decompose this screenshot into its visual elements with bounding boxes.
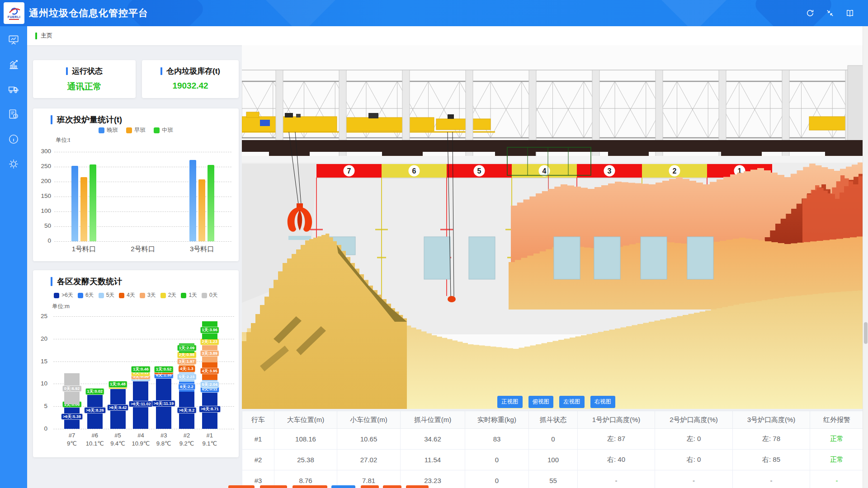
segment-label: 1天:0.02 [85, 388, 105, 394]
legend-label: >6天 [61, 291, 73, 299]
data-cell: 左: 0 [655, 429, 733, 450]
vehicle-query-icon[interactable] [8, 84, 19, 95]
legend-swatch [119, 293, 124, 298]
bottom-action-button[interactable] [361, 485, 379, 488]
header-decoration [652, 0, 736, 26]
bar [90, 164, 96, 241]
table-row: #1108.1610.6534.62830左: 87左: 0左: 78正常 [242, 429, 864, 450]
legend-label: 1天 [189, 291, 197, 299]
bottom-action-button[interactable] [228, 485, 255, 488]
page-scrollbar[interactable] [863, 26, 868, 488]
column-header: 1号炉口高度(%) [578, 411, 655, 429]
segment-label: >6天:11.19 [152, 400, 175, 407]
data-cell: 0 [465, 470, 529, 488]
bottom-action-button[interactable] [260, 485, 287, 488]
segment-label: 3天:3.89 [200, 350, 220, 357]
column-header: 2号炉口高度(%) [655, 411, 733, 429]
segment-label: 2天:1.23 [200, 338, 220, 345]
bar-group [54, 152, 113, 241]
legend-item: 中班 [154, 127, 173, 134]
legend-label: 0天 [209, 291, 218, 299]
y-tick-label: 5 [34, 403, 47, 409]
bottom-action-button[interactable] [331, 485, 355, 488]
legend-swatch [202, 293, 207, 298]
bottom-action-button[interactable] [292, 485, 327, 488]
info-icon[interactable] [8, 133, 19, 145]
svg-text:2: 2 [673, 167, 677, 175]
fullscreen-exit-icon[interactable] [826, 9, 835, 18]
column-header: 抓斗状态 [529, 411, 578, 429]
fermentation-legend: >6天6天5天4天3天2天1天0天 [33, 291, 239, 299]
logo-swoosh-icon [7, 7, 21, 15]
x-category-label: 2号料口 [113, 245, 173, 253]
right-view-button[interactable]: 右视图 [590, 396, 616, 408]
svg-text:6: 6 [412, 167, 416, 175]
y-tick-label: 10 [34, 380, 47, 387]
legend-label: 3天 [147, 291, 156, 299]
bottom-action-button[interactable] [383, 485, 401, 488]
crane-status-table: 行车大车位置(m)小车位置(m)抓斗位置(m)实时称重(kg)抓斗状态1号炉口高… [242, 411, 864, 488]
segment-label: >6天:11.02 [129, 401, 152, 407]
garbage-stock-card: 仓内垃圾库存(t) 19032.42 [142, 60, 239, 98]
y-tick-label: 200 [36, 178, 51, 184]
legend-label: 晚班 [107, 127, 118, 134]
data-cell: 0 [465, 450, 529, 470]
header-decoration [259, 0, 342, 26]
data-cell: - [810, 470, 864, 488]
legend-swatch [99, 293, 104, 298]
logo-text: FUERLI [8, 15, 20, 19]
bar [198, 179, 205, 241]
breadcrumb-accent-bar [35, 33, 37, 39]
x-category-label: 1号料口 [54, 245, 113, 253]
column-header: 3号炉口高度(%) [733, 411, 810, 429]
stacked-bar: >6天:9.422天:0.231天:0.48 [110, 316, 126, 429]
bar-group [113, 152, 173, 241]
y-tick-label: 0 [34, 425, 47, 432]
segment-label: 4天:3.95 [200, 368, 220, 374]
column-header: 行车 [242, 411, 274, 429]
segment-label: 6天:2.2 [178, 384, 195, 390]
garbage-stock-title: 仓内垃圾库存(t) [142, 66, 239, 76]
shift-output-chart-card: 班次投炉量统计(t) 晚班早班中班 单位:t 05010015020025030… [33, 108, 239, 261]
shift-output-plot [54, 152, 231, 241]
legend-item: 早班 [126, 127, 146, 134]
breadcrumb-home[interactable]: 主页 [41, 32, 52, 40]
segment-label: 5天:2.23 [177, 374, 197, 380]
legend-swatch [140, 293, 145, 298]
segment-label: 1天:0.46 [131, 366, 151, 372]
column-header: 实时称重(kg) [465, 411, 529, 429]
dashboard-icon[interactable] [8, 34, 19, 46]
bar [71, 166, 78, 241]
segment-label: >6天:5.38 [61, 413, 83, 420]
grid-line [53, 429, 234, 429]
top-view-button[interactable]: 俯视图 [528, 396, 554, 408]
sidebar [0, 26, 27, 488]
data-cell: 108.16 [274, 429, 337, 450]
svg-text:7: 7 [347, 167, 351, 175]
running-status-card: 运行状态 通讯正常 [33, 60, 136, 98]
fermentation-chart-card: 各区发酵天数统计 >6天6天5天4天3天2天1天0天 单位:m >6天:5.38… [33, 270, 239, 457]
legend-item: 3天 [140, 291, 156, 299]
left-view-button[interactable]: 左视图 [559, 396, 585, 408]
scrollbar-thumb[interactable] [864, 322, 868, 344]
column-header: 红外报警 [810, 411, 864, 429]
data-cell: 右: 0 [655, 450, 733, 470]
bottom-action-button[interactable] [406, 485, 429, 488]
legend-swatch [54, 293, 59, 298]
handbook-icon[interactable] [845, 9, 854, 18]
warehouse-3d-view[interactable]: 7654321 [242, 45, 863, 409]
statistics-icon[interactable] [8, 59, 19, 70]
refresh-icon[interactable] [806, 9, 815, 18]
running-status-value: 通讯正常 [33, 81, 136, 93]
zone-id: #1 [196, 432, 223, 440]
crane-id-cell: #1 [242, 429, 274, 450]
settings-icon[interactable] [8, 158, 19, 170]
y-tick-label: 100 [36, 207, 51, 214]
legend-swatch [181, 293, 186, 298]
data-cell: 27.02 [337, 450, 401, 470]
front-view-button[interactable]: 正视图 [497, 396, 523, 408]
legend-item: 5天 [99, 291, 115, 299]
svg-text:5: 5 [477, 167, 481, 175]
report-icon[interactable] [8, 108, 19, 120]
view-buttons: 正视图 俯视图 左视图 右视图 [497, 396, 615, 408]
